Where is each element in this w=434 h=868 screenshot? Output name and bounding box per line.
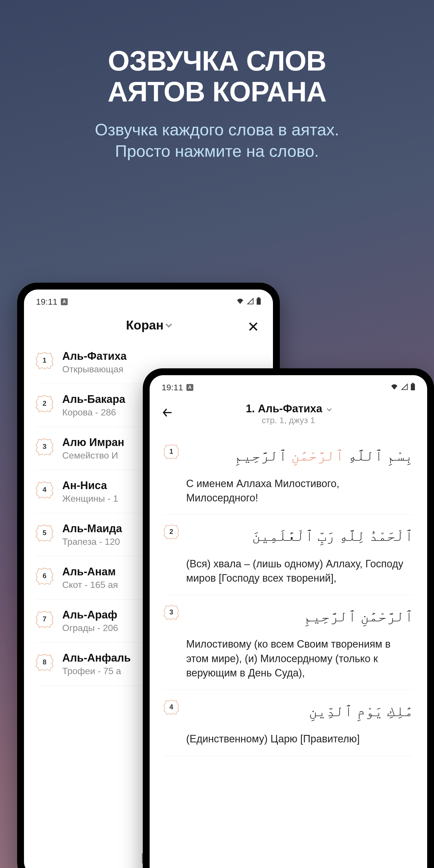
- surah-number: 3: [42, 442, 46, 451]
- surah-number-badge: 8: [35, 653, 54, 671]
- status-time: 19:11: [36, 297, 57, 307]
- hero-subtitle: Озвучка каждого слова в аятах. Просто на…: [0, 119, 434, 162]
- hero-subtitle-line1: Озвучка каждого слова в аятах.: [0, 119, 434, 140]
- surah-number: 7: [42, 615, 46, 623]
- hero-title: ОЗВУЧКА СЛОВ АЯТОВ КОРАНА: [0, 46, 434, 107]
- surah-name: Алю Имран: [62, 436, 124, 448]
- surah-desc: Открывающая: [62, 364, 126, 375]
- ayah-arabic[interactable]: مَٰلِكِ يَوْمِ ٱلدِّينِ: [186, 698, 413, 725]
- surah-list-header: Коран ✕: [24, 310, 273, 338]
- surah-name: Аль-Маида: [62, 523, 122, 535]
- ayah-number: 2: [169, 528, 173, 536]
- surah-desc: Ограды - 206: [62, 623, 118, 633]
- surah-number: 6: [42, 572, 46, 580]
- svg-rect-3: [411, 384, 415, 390]
- surah-desc: Корова - 286: [62, 407, 125, 418]
- surah-number: 8: [42, 658, 46, 666]
- hero-title-line1: ОЗВУЧКА СЛОВ: [0, 46, 434, 76]
- surah-number: 5: [42, 529, 46, 537]
- surah-desc: Семейство И: [62, 450, 124, 461]
- keyboard-icon: A: [61, 299, 68, 305]
- hero-subtitle-line2: Просто нажмите на слово.: [0, 140, 434, 162]
- battery-icon: [256, 297, 261, 307]
- arabic-word[interactable]: مَٰلِكِ يَوْمِ ٱلدِّينِ: [309, 703, 413, 719]
- signal-icon: [401, 382, 408, 392]
- hero: ОЗВУЧКА СЛОВ АЯТОВ КОРАНА Озвучка каждог…: [0, 0, 434, 162]
- ayah-list[interactable]: 1 بِسْمِ ٱللَّهِ ٱلرَّحْمَٰنِ ٱلرَّحِيمِ…: [150, 429, 427, 756]
- ayah-item: 1 بِسْمِ ٱللَّهِ ٱلرَّحْمَٰنِ ٱلرَّحِيمِ…: [163, 434, 413, 515]
- surah-name: Ан-Ниса: [62, 479, 118, 492]
- surah-name: Аль-Араф: [62, 609, 118, 621]
- arabic-word[interactable]: ٱلرَّحِيمِ: [234, 447, 291, 464]
- statusbar-front: 19:11 A: [150, 375, 427, 395]
- signal-icon: [247, 297, 254, 307]
- ayah-translation: Милостивому (ко всем Своим творениям в э…: [163, 637, 413, 680]
- ayah-arabic[interactable]: بِسْمِ ٱللَّهِ ٱلرَّحْمَٰنِ ٱلرَّحِيمِ: [186, 442, 413, 469]
- surah-item-text: Алю Имран Семейство И: [62, 436, 124, 461]
- ayah-number: 3: [169, 608, 173, 616]
- status-time-front: 19:11: [162, 382, 183, 392]
- ayah-translation: (Единственному) Царю [Правителю]: [163, 732, 413, 746]
- surah-title: 1. Аль-Фатиха: [246, 403, 322, 414]
- surah-name: Аль-Фатиха: [62, 350, 126, 362]
- statusbar: 19:11 A: [24, 289, 273, 310]
- back-button[interactable]: [162, 407, 173, 421]
- ayah-number: 4: [169, 703, 173, 711]
- surah-number-badge: 5: [35, 524, 54, 542]
- arabic-word[interactable]: ٱلرَّحْمَٰنِ ٱلرَّحِيمِ: [304, 608, 413, 624]
- surah-item-text: Ан-Ниса Женщины - 1: [62, 479, 118, 504]
- surah-desc: Трапеза - 120: [62, 536, 122, 547]
- surah-list-title-button[interactable]: Коран: [126, 318, 171, 332]
- ayah-translation: С именем Аллаха Милостивого, Милосердног…: [163, 476, 413, 505]
- surah-item-text: Аль-Анфаль Трофеи - 75 а: [62, 652, 131, 676]
- ayah-translation: (Вся) хвала – (лишь одному) Аллаху, Госп…: [163, 557, 413, 586]
- chevron-down-icon: [327, 407, 332, 411]
- svg-rect-2: [412, 383, 414, 384]
- arabic-word-highlighted[interactable]: ٱلرَّحْمَٰنِ: [291, 447, 344, 464]
- surah-number: 2: [42, 399, 46, 407]
- keyboard-icon: A: [186, 384, 193, 391]
- ayah-arabic[interactable]: ٱلْحَمْدُ لِلَّهِ رَبِّ ٱلْعَٰلَمِينَ: [186, 523, 413, 549]
- surah-item-text: Аль-Бакара Корова - 286: [62, 393, 125, 418]
- surah-header: 1. Аль-Фатиха стр. 1, джуз 1: [150, 395, 427, 429]
- ayah-arabic[interactable]: ٱلرَّحْمَٰنِ ٱلرَّحِيمِ: [186, 603, 413, 630]
- surah-number-badge: 1: [35, 351, 54, 369]
- surah-name: Аль-Бакара: [62, 393, 125, 405]
- svg-rect-0: [257, 297, 259, 299]
- hero-title-line2: АЯТОВ КОРАНА: [0, 76, 434, 107]
- arabic-word[interactable]: ٱلْحَمْدُ لِلَّهِ رَبِّ ٱلْعَٰلَمِينَ: [252, 528, 413, 544]
- surah-item-text: Аль-Маида Трапеза - 120: [62, 523, 122, 547]
- ayah-item: 3 ٱلرَّحْمَٰنِ ٱلرَّحِيمِ Милостивому (к…: [163, 595, 413, 690]
- wifi-icon: [390, 382, 399, 392]
- surah-number: 4: [42, 486, 46, 494]
- phone-front-screen: 19:11 A 1. Аль-Фатиха: [150, 375, 427, 868]
- surah-desc: Женщины - 1: [62, 493, 118, 504]
- wifi-icon: [236, 297, 244, 307]
- phone-front-frame: 19:11 A 1. Аль-Фатиха: [143, 368, 434, 868]
- surah-number-badge: 4: [35, 480, 54, 499]
- svg-rect-1: [257, 299, 261, 305]
- surah-desc: Скот - 165 ая: [62, 580, 118, 590]
- battery-icon: [411, 382, 415, 392]
- surah-name: Аль-Анам: [62, 566, 118, 578]
- surah-page-info: стр. 1, джуз 1: [182, 415, 395, 425]
- arabic-word[interactable]: بِسْمِ ٱللَّهِ: [344, 447, 413, 464]
- ayah-number: 1: [169, 447, 173, 456]
- surah-item-text: Аль-Фатиха Открывающая: [62, 350, 126, 375]
- surah-number-badge: 2: [35, 394, 54, 412]
- surah-title-button[interactable]: 1. Аль-Фатиха стр. 1, джуз 1: [182, 403, 395, 425]
- ayah-number-badge: 1: [163, 443, 179, 459]
- surah-number-badge: 3: [35, 437, 54, 456]
- ayah-item: 4 مَٰلِكِ يَوْمِ ٱلدِّينِ (Единственному…: [163, 690, 413, 756]
- surah-number-badge: 6: [35, 567, 54, 585]
- surah-list-title: Коран: [126, 318, 164, 332]
- surah-item-text: Аль-Анам Скот - 165 ая: [62, 566, 118, 590]
- surah-desc: Трофеи - 75 а: [62, 666, 131, 676]
- ayah-number-badge: 3: [163, 604, 179, 620]
- surah-name: Аль-Анфаль: [62, 652, 131, 664]
- ayah-item: 2 ٱلْحَمْدُ لِلَّهِ رَبِّ ٱلْعَٰلَمِينَ …: [163, 515, 413, 595]
- close-button[interactable]: ✕: [247, 320, 259, 334]
- ayah-number-badge: 4: [163, 699, 179, 715]
- surah-number-badge: 7: [35, 610, 54, 628]
- surah-number: 1: [42, 356, 46, 364]
